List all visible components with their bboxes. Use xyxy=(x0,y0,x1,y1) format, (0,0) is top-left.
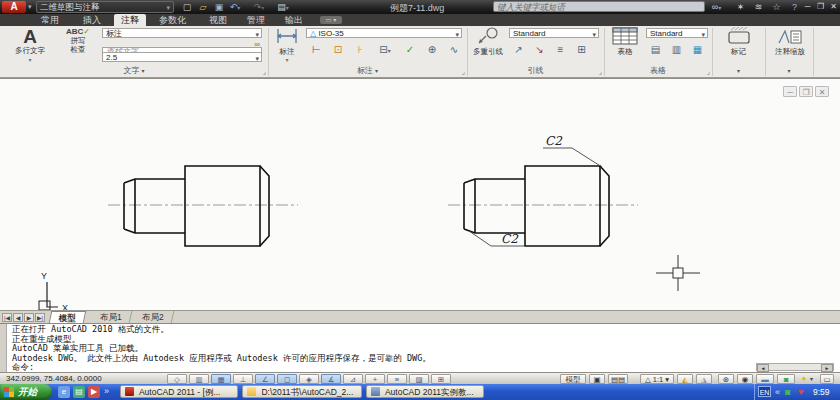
markup-panel-footer[interactable]: ▾ xyxy=(712,64,765,77)
communication-center-icon[interactable]: ≋ xyxy=(751,1,766,13)
dim-panel-footer[interactable]: 标注 ▾ ⌟ xyxy=(268,64,467,77)
coordinate-readout[interactable]: 342.0999, 75.4084, 0.0000 xyxy=(6,374,136,384)
toggle-infer-constraints[interactable]: ◇ xyxy=(167,374,187,384)
table-style-dropdown[interactable]: Standard ▾ xyxy=(646,28,708,38)
quick-view-layouts-icon[interactable]: ▣ xyxy=(589,374,605,384)
table-panel-footer[interactable]: 表格 ⌟ xyxy=(604,64,712,77)
tab-view[interactable]: 视图 xyxy=(202,14,234,26)
leader-align-icon[interactable]: ≡ xyxy=(551,42,570,56)
leader-panel-footer[interactable]: 引线 ⌟ xyxy=(467,64,604,77)
workspace-switching-gear-icon[interactable]: ⊛ xyxy=(718,374,734,384)
restore-button[interactable]: ❐ xyxy=(814,1,827,12)
tab-layout2[interactable]: 布局2 xyxy=(133,311,174,323)
dim-inspect-icon[interactable]: ✓ xyxy=(400,42,420,56)
doc-close-button[interactable]: ✕ xyxy=(815,86,829,97)
leader-add-icon[interactable]: ↗ xyxy=(509,42,528,56)
find-binoculars-icon[interactable]: ∞ xyxy=(254,40,260,49)
dim-continue-icon[interactable]: ⊦ xyxy=(350,42,370,56)
hardware-acceleration-icon[interactable]: ▬ xyxy=(756,374,774,384)
mtext-button[interactable]: A 多行文字 ▾ xyxy=(6,27,54,64)
performance-tuner-icon[interactable]: ◙ xyxy=(777,374,795,384)
open-file-icon[interactable]: ▱ xyxy=(196,1,210,13)
dim-update-icon[interactable]: ⊕ xyxy=(422,42,442,56)
dialog-launcher-icon[interactable]: ⌟ xyxy=(462,65,465,78)
tab-nav-last-icon[interactable]: ▶| xyxy=(35,313,45,322)
clean-screen-button[interactable]: ▭ xyxy=(820,374,834,384)
tray-messenger-icon[interactable]: ◙ xyxy=(785,386,790,398)
start-button[interactable]: 开始 xyxy=(0,384,52,400)
workspace-switcher[interactable]: 二维草图与注释 ▾ xyxy=(36,1,174,13)
table-extract-icon[interactable]: ▥ xyxy=(667,42,686,56)
tab-annotate[interactable]: 注释 xyxy=(114,14,146,26)
undo-icon[interactable]: ↶▾ xyxy=(228,1,242,13)
toggle-3d-osnap[interactable]: ◈ xyxy=(299,374,319,384)
annotation-scale-button[interactable]: △ 1:1 ▾ xyxy=(640,374,674,384)
dialog-launcher-icon[interactable]: ⌟ xyxy=(599,65,602,78)
toggle-ortho[interactable]: ⊥ xyxy=(233,374,253,384)
status-menu-caret-icon[interactable]: ▾ xyxy=(810,375,813,382)
tab-nav-first-icon[interactable]: |◀ xyxy=(2,313,12,322)
command-window-grip[interactable] xyxy=(0,324,7,373)
dim-linear-icon[interactable]: ⊢ xyxy=(306,42,326,56)
dim-style-dropdown[interactable]: △ ISO-35 ▾ xyxy=(306,28,462,38)
command-line-window[interactable]: 正在打开 AutoCAD 2010 格式的文件。 正在重生成模型。 AutoCA… xyxy=(0,323,840,372)
ribbon-state-toggle-icon[interactable]: ▭ ▾ xyxy=(320,16,342,24)
mleader-style-dropdown[interactable]: Standard ▾ xyxy=(509,28,599,38)
infocenter-search-input[interactable] xyxy=(493,1,705,12)
tab-insert[interactable]: 插入 xyxy=(76,14,108,26)
application-status-lightbulb-icon[interactable]: ● xyxy=(798,374,810,384)
annotation-scaling-button[interactable]: 注释缩放 xyxy=(767,27,813,56)
dim-quick-icon[interactable]: ⊡ xyxy=(328,42,348,56)
search-binoculars-icon[interactable]: ∞▾ xyxy=(709,1,724,13)
multileader-button[interactable]: 多重引线 xyxy=(470,27,506,56)
table-button[interactable]: 表格 xyxy=(607,27,643,56)
spellcheck-button[interactable]: ABC✓ 拼写 检查 xyxy=(58,27,98,54)
tab-manage[interactable]: 管理 xyxy=(240,14,272,26)
annoscale-panel-footer[interactable]: ▾ xyxy=(765,64,813,77)
application-menu-button[interactable]: A xyxy=(2,1,26,13)
dim-jogged-icon[interactable]: ∿ xyxy=(444,42,464,56)
tab-parametric[interactable]: 参数化 xyxy=(152,14,193,26)
command-scrollbar[interactable]: ◀ ▶ xyxy=(756,363,834,371)
drawing-canvas[interactable]: C2 C2 Y X ─ ❐ ✕ xyxy=(0,78,840,310)
taskbar-item-autocad[interactable]: AutoCAD 2011 - [例... xyxy=(120,385,238,398)
tab-model[interactable]: 模型 xyxy=(49,311,87,323)
text-height-dropdown[interactable]: 2.5 ▾ xyxy=(102,52,262,62)
toggle-transparency[interactable]: ▨ xyxy=(409,374,429,384)
close-button[interactable]: ✕ xyxy=(827,1,840,12)
table-link-icon[interactable]: ▦ xyxy=(688,42,707,56)
toggle-osnap[interactable]: ◻ xyxy=(277,374,297,384)
toggle-quick-properties[interactable]: ⊞ xyxy=(431,374,451,384)
toggle-polar[interactable]: ∠ xyxy=(255,374,275,384)
tab-home[interactable]: 常用 xyxy=(34,14,66,26)
redo-icon[interactable]: ↷▾ xyxy=(252,1,266,13)
taskbar-item-document[interactable]: AutoCAD 2011实例教... xyxy=(366,385,484,398)
subscription-center-icon[interactable]: ✶ xyxy=(733,1,748,13)
toggle-ducs[interactable]: ⊿ xyxy=(343,374,363,384)
leader-remove-icon[interactable]: ↘ xyxy=(530,42,549,56)
tray-security-icon[interactable]: ♥ xyxy=(798,386,803,398)
application-menu-caret-icon[interactable]: ▾ xyxy=(28,3,32,11)
new-file-icon[interactable]: ▢ xyxy=(180,1,194,13)
dialog-launcher-icon[interactable]: ⌟ xyxy=(263,65,266,78)
annotation-autoscale-icon[interactable]: ◮ xyxy=(696,374,712,384)
quick-view-drawings-icon[interactable]: ▤▤ xyxy=(608,374,628,384)
tab-nav-next-icon[interactable]: ▶ xyxy=(24,313,34,322)
quicklaunch-ie-icon[interactable]: e xyxy=(58,386,70,398)
toggle-dynamic-input[interactable]: + xyxy=(365,374,385,384)
toggle-snap[interactable]: ▥ xyxy=(189,374,209,384)
taskbar-item-folder[interactable]: D:\2011书\AutoCAD_2... xyxy=(242,385,362,398)
minimize-button[interactable]: ─ xyxy=(801,1,814,12)
tab-layout1[interactable]: 布局1 xyxy=(91,311,132,323)
dim-baseline-icon[interactable]: ⊟▾ xyxy=(372,42,398,56)
help-icon[interactable]: ? xyxy=(787,1,802,13)
quicklaunch-desktop-icon[interactable]: ▤ xyxy=(73,386,85,398)
text-panel-footer[interactable]: 文字 ▾ ⌟ xyxy=(0,64,268,77)
model-space-button[interactable]: 模型 xyxy=(560,374,586,384)
quicklaunch-chevron-icon[interactable]: » xyxy=(104,386,109,396)
doc-minimize-button[interactable]: ─ xyxy=(783,86,797,97)
language-indicator[interactable]: EN xyxy=(758,386,771,397)
lock-ui-icon[interactable]: ◉ xyxy=(737,374,753,384)
scroll-left-icon[interactable]: ◀ xyxy=(757,364,769,372)
dialog-launcher-icon[interactable]: ⌟ xyxy=(707,65,710,78)
